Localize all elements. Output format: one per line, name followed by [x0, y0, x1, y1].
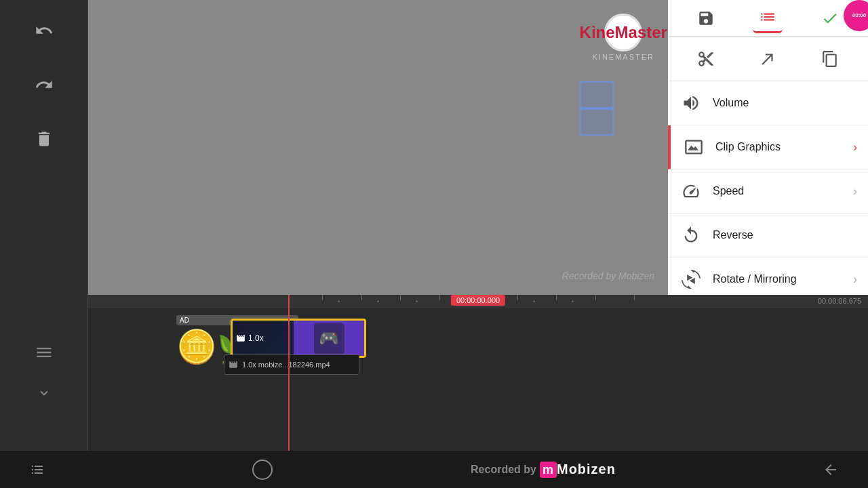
clip-thumb-emoji: 🎮	[319, 329, 339, 348]
speed-label: Speed	[713, 185, 853, 197]
timeline-layers-button[interactable]	[31, 339, 58, 366]
end-time: 00:00:06.675	[818, 297, 861, 305]
duplicate-tool-button[interactable]	[813, 44, 847, 74]
overlay-box-2	[580, 108, 614, 136]
menu-item-reverse[interactable]: Reverse	[668, 214, 868, 258]
timeline-tracks: 1.0x 🎮 1.0x mobize...182246.mp4	[88, 308, 868, 380]
nav-menu-button[interactable]	[20, 453, 54, 487]
redo-button[interactable]	[27, 68, 61, 102]
clip-right-section: 🎮	[294, 321, 364, 356]
clip-label: 1.0x	[236, 333, 264, 343]
panel-tools	[668, 37, 868, 81]
clip-left-section: 1.0x	[233, 321, 294, 356]
clip-graphics-chevron: ›	[853, 140, 857, 155]
trim-tool-button[interactable]	[751, 44, 785, 74]
timeline-add-track-button[interactable]	[31, 380, 58, 407]
overlay-box-1	[580, 81, 614, 108]
list-icon-button[interactable]	[753, 3, 783, 33]
clip-thumbnail: 🎮	[314, 323, 344, 354]
preview-area: KineMaster KINEMASTER Recorded by Mobize…	[88, 0, 668, 295]
video-filename-track: 1.0x mobize...182246.mp4	[224, 354, 359, 375]
video-track: 1.0x 🎮	[95, 319, 861, 363]
bottom-bar: Recorded by mMobizen	[0, 451, 868, 488]
nav-home-button[interactable]	[252, 460, 273, 480]
menu-item-clip-graphics[interactable]: Clip Graphics ›	[668, 125, 868, 169]
video-filename-label: 1.0x mobize...182246.mp4	[242, 361, 330, 369]
panel-header: 00:00	[668, 0, 868, 37]
menu-item-speed[interactable]: Speed ›	[668, 169, 868, 214]
mobizen-brand-name: mMobizen	[540, 462, 616, 477]
rotate-icon	[679, 267, 703, 291]
nav-back-button[interactable]	[814, 453, 848, 487]
save-icon-button[interactable]	[691, 3, 721, 33]
reverse-label: Reverse	[713, 229, 857, 241]
playhead	[288, 295, 290, 451]
timeline-area: 00:00:00.000 00:00:06.675 AD 🪙🌿📦	[0, 295, 868, 451]
clip-graphics-icon	[682, 135, 706, 159]
volume-label: Volume	[713, 97, 857, 109]
rotate-chevron: ›	[853, 272, 857, 287]
rotate-label: Rotate / Mirroring	[713, 273, 853, 285]
timeline-left-bar	[0, 295, 88, 451]
video-clip[interactable]: 1.0x 🎮	[231, 319, 366, 358]
cut-tool-button[interactable]	[689, 44, 723, 74]
timeline-ruler: 00:00:00.000 00:00:06.675	[88, 295, 868, 308]
preview-watermark: Recorded by Mobizen	[562, 270, 654, 281]
undo-button[interactable]	[27, 14, 61, 47]
reverse-icon	[679, 223, 703, 247]
clip-graphics-label: Clip Graphics	[715, 141, 853, 153]
mobizen-badge: 00:00	[844, 0, 868, 31]
speed-icon	[679, 179, 703, 203]
menu-item-volume[interactable]: Volume	[668, 81, 868, 125]
preview-overlay	[88, 0, 668, 295]
delete-button[interactable]	[27, 122, 61, 156]
recorded-by-label: Recorded by mMobizen	[471, 462, 616, 477]
timeline-content: 00:00:00.000 00:00:06.675 AD 🪙🌿📦	[88, 295, 868, 451]
left-toolbar	[0, 0, 88, 295]
current-time-badge: 00:00:00.000	[451, 295, 505, 306]
recorded-by-text: Recorded by	[471, 464, 536, 476]
menu-item-rotate[interactable]: Rotate / Mirroring ›	[668, 258, 868, 295]
menu-list: Volume Clip Graphics › Speed	[668, 81, 868, 295]
speed-chevron: ›	[853, 184, 857, 199]
check-icon-button[interactable]	[815, 3, 845, 33]
right-panel: 00:00	[668, 0, 868, 295]
volume-icon	[679, 91, 703, 115]
